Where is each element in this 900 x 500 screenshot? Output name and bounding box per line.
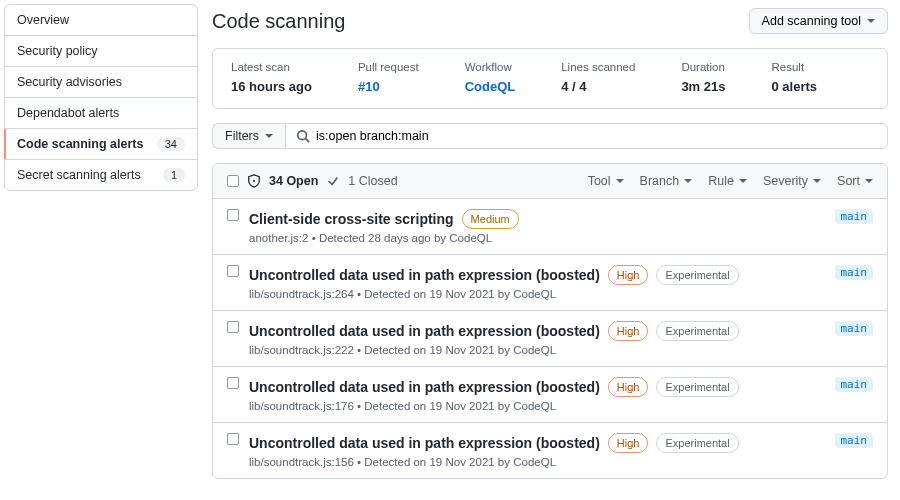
- alerts-list-header: 34 Open 1 Closed Tool Branch Rule Severi…: [213, 164, 887, 199]
- stat-label: Result: [771, 61, 817, 73]
- severity-badge: High: [608, 265, 649, 285]
- severity-badge: High: [608, 321, 649, 341]
- column-branch-dropdown[interactable]: Branch: [640, 174, 693, 188]
- svg-point-2: [253, 180, 255, 182]
- branch-tag[interactable]: main: [835, 377, 874, 392]
- caret-down-icon: [684, 179, 692, 183]
- closed-count[interactable]: 1 Closed: [348, 174, 397, 188]
- page-header: Code scanning Add scanning tool: [212, 8, 888, 34]
- sidebar-item-label: Dependabot alerts: [17, 106, 119, 120]
- alert-body: Uncontrolled data used in path expressio…: [249, 377, 825, 412]
- stat-value-link[interactable]: #10: [358, 79, 419, 94]
- alert-title[interactable]: Uncontrolled data used in path expressio…: [249, 435, 600, 451]
- alert-body: Client-side cross-site scriptingMediuman…: [249, 209, 825, 244]
- svg-line-1: [306, 139, 310, 143]
- alert-title[interactable]: Uncontrolled data used in path expressio…: [249, 267, 600, 283]
- sidebar-item-secret-scanning-alerts[interactable]: Secret scanning alerts 1: [5, 160, 197, 190]
- sidebar-item-count: 34: [157, 137, 185, 151]
- filter-bar: Filters: [212, 123, 888, 149]
- alert-title[interactable]: Uncontrolled data used in path expressio…: [249, 379, 600, 395]
- sidebar-item-code-scanning-alerts[interactable]: Code scanning alerts 34: [5, 129, 197, 160]
- alert-checkbox[interactable]: [227, 377, 239, 389]
- experimental-badge: Experimental: [656, 377, 738, 397]
- security-sidebar: Overview Security policy Security adviso…: [0, 0, 198, 500]
- alert-title[interactable]: Client-side cross-site scripting: [249, 211, 454, 227]
- alert-meta: lib/soundtrack.js:222 • Detected on 19 N…: [249, 344, 825, 356]
- alert-row[interactable]: Uncontrolled data used in path expressio…: [213, 367, 887, 423]
- sidebar-item-security-policy[interactable]: Security policy: [5, 36, 197, 67]
- alert-row[interactable]: Uncontrolled data used in path expressio…: [213, 255, 887, 311]
- search-icon: [296, 129, 310, 143]
- sidebar-item-dependabot-alerts[interactable]: Dependabot alerts: [5, 98, 197, 129]
- alert-row[interactable]: Uncontrolled data used in path expressio…: [213, 311, 887, 367]
- open-count[interactable]: 34 Open: [269, 174, 318, 188]
- alert-row[interactable]: Uncontrolled data used in path expressio…: [213, 423, 887, 478]
- alert-body: Uncontrolled data used in path expressio…: [249, 265, 825, 300]
- sidebar-item-security-advisories[interactable]: Security advisories: [5, 67, 197, 98]
- button-label: Add scanning tool: [762, 14, 861, 28]
- stat-label: Lines scanned: [561, 61, 635, 73]
- filters-button-label: Filters: [225, 129, 259, 143]
- scan-summary: Latest scan 16 hours ago Pull request #1…: [212, 48, 888, 109]
- alert-meta: lib/soundtrack.js:156 • Detected on 19 N…: [249, 456, 825, 468]
- severity-badge: Medium: [462, 209, 519, 229]
- shield-icon: [247, 174, 261, 188]
- alert-checkbox[interactable]: [227, 265, 239, 277]
- stat-label: Pull request: [358, 61, 419, 73]
- stat-value: 4 / 4: [561, 79, 635, 94]
- alert-checkbox[interactable]: [227, 209, 239, 221]
- check-icon: [326, 174, 340, 188]
- alert-meta: another.js:2 • Detected 28 days ago by C…: [249, 232, 825, 244]
- alert-meta: lib/soundtrack.js:176 • Detected on 19 N…: [249, 400, 825, 412]
- column-rule-dropdown[interactable]: Rule: [708, 174, 747, 188]
- caret-down-icon: [867, 19, 875, 23]
- experimental-badge: Experimental: [656, 321, 738, 341]
- add-scanning-tool-button[interactable]: Add scanning tool: [749, 8, 888, 34]
- branch-tag[interactable]: main: [835, 433, 874, 448]
- branch-tag[interactable]: main: [835, 209, 874, 224]
- search-box[interactable]: [285, 123, 888, 149]
- alert-body: Uncontrolled data used in path expressio…: [249, 321, 825, 356]
- alert-row[interactable]: Client-side cross-site scriptingMediuman…: [213, 199, 887, 255]
- sidebar-menu: Overview Security policy Security adviso…: [4, 4, 198, 191]
- stat-label: Latest scan: [231, 61, 312, 73]
- experimental-badge: Experimental: [656, 265, 738, 285]
- alert-title[interactable]: Uncontrolled data used in path expressio…: [249, 323, 600, 339]
- alert-body: Uncontrolled data used in path expressio…: [249, 433, 825, 468]
- alerts-list: 34 Open 1 Closed Tool Branch Rule Severi…: [212, 163, 888, 479]
- stat-value-link[interactable]: CodeQL: [465, 79, 516, 94]
- stat-workflow: Workflow CodeQL: [465, 61, 516, 94]
- alert-checkbox[interactable]: [227, 433, 239, 445]
- stat-value: 3m 21s: [681, 79, 725, 94]
- sidebar-item-label: Security advisories: [17, 75, 122, 89]
- column-sort-dropdown[interactable]: Sort: [837, 174, 873, 188]
- stat-result: Result 0 alerts: [771, 61, 817, 94]
- stat-value: 0 alerts: [771, 79, 817, 94]
- experimental-badge: Experimental: [656, 433, 738, 453]
- column-severity-dropdown[interactable]: Severity: [763, 174, 821, 188]
- sidebar-item-count: 1: [163, 168, 185, 182]
- sidebar-item-label: Secret scanning alerts: [17, 168, 141, 182]
- search-input[interactable]: [316, 124, 877, 148]
- caret-down-icon: [865, 179, 873, 183]
- caret-down-icon: [739, 179, 747, 183]
- branch-tag[interactable]: main: [835, 321, 874, 336]
- column-tool-dropdown[interactable]: Tool: [588, 174, 624, 188]
- severity-badge: High: [608, 377, 649, 397]
- stat-label: Duration: [681, 61, 725, 73]
- stat-lines-scanned: Lines scanned 4 / 4: [561, 61, 635, 94]
- stat-value: 16 hours ago: [231, 79, 312, 94]
- stat-pull-request: Pull request #10: [358, 61, 419, 94]
- sidebar-item-overview[interactable]: Overview: [5, 5, 197, 36]
- severity-badge: High: [608, 433, 649, 453]
- filters-button[interactable]: Filters: [212, 123, 285, 149]
- sidebar-item-label: Security policy: [17, 44, 98, 58]
- page-title: Code scanning: [212, 10, 345, 33]
- alert-checkbox[interactable]: [227, 321, 239, 333]
- main-content: Code scanning Add scanning tool Latest s…: [198, 0, 900, 500]
- caret-down-icon: [813, 179, 821, 183]
- select-all-checkbox[interactable]: [227, 175, 239, 187]
- branch-tag[interactable]: main: [835, 265, 874, 280]
- sidebar-item-label: Overview: [17, 13, 69, 27]
- caret-down-icon: [616, 179, 624, 183]
